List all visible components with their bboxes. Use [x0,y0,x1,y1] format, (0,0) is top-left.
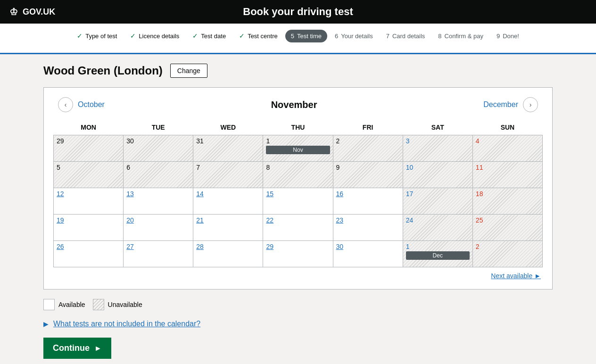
calendar-cell: 13 [124,188,193,215]
step-confirm-pay[interactable]: 8Confirm & pay [432,30,489,42]
calendar-header: MONTUEWEDTHUFRISATSUN [54,120,543,135]
day-number[interactable]: 20 [126,216,134,224]
month-badge: Dec [406,251,470,260]
day-number[interactable]: 23 [336,216,344,224]
calendar-nav: ‹ October November December › [53,97,543,112]
day-number[interactable]: 14 [196,190,204,198]
day-number: 31 [196,137,204,145]
calendar-cell: 30 [124,135,193,162]
step-num: 9 [497,33,500,40]
calendar-cell: 31 [193,135,263,162]
cal-nav-left: ‹ October [58,97,105,112]
calendar-cell: 10 [403,162,472,188]
day-number[interactable]: 21 [196,216,204,224]
day-number[interactable]: 12 [57,190,64,198]
step-num: 8 [438,33,441,40]
days-of-week-row: MONTUEWEDTHUFRISATSUN [54,120,543,135]
day-number[interactable]: 19 [57,216,64,224]
step-test-centre[interactable]: ✓Test centre [233,29,283,42]
unavailable-label: Unavailable [108,301,142,308]
change-button[interactable]: Change [170,64,207,78]
step-type-of-test[interactable]: ✓Type of test [71,29,123,42]
continue-arrow-icon: ► [94,344,102,353]
day-number: 9 [336,164,340,171]
day-number[interactable]: 29 [266,243,273,250]
step-label: Done! [503,33,519,40]
check-icon: ✓ [130,32,136,40]
triangle-icon: ▶ [43,320,49,328]
calendar-week-4: 19202122232425 [54,215,543,241]
next-available-link[interactable]: Next available ► [491,272,541,280]
next-month-label: December [483,100,518,109]
calendar-cell: 1Dec [403,241,472,267]
calendar-cell: 5 [54,162,124,188]
day-number[interactable]: 28 [196,243,204,250]
day-number[interactable]: 30 [336,243,344,250]
legend-available: Available [43,299,85,310]
day-number[interactable]: 22 [266,216,273,224]
calendar-cell: 8 [263,162,333,188]
calendar-cell: 11 [472,162,542,188]
step-done[interactable]: 9Done! [491,30,525,42]
calendar-table: MONTUEWEDTHUFRISATSUN 2930311Nov23456789… [53,120,543,267]
prev-month-button[interactable]: ‹ [58,97,73,112]
calendar-cell: 18 [472,188,542,215]
day-number[interactable]: 16 [336,190,344,198]
day-number: 1 [406,243,410,250]
calendar-week-1: 2930311Nov234 [54,135,543,162]
available-label: Available [58,301,85,308]
day-header-thu: THU [263,120,333,135]
calendar-cell: 1Nov [263,135,333,162]
day-number: 29 [57,137,64,145]
continue-button[interactable]: Continue ► [43,338,111,359]
step-label: Test date [201,33,226,40]
main-content: Wood Green (London) Change ‹ October Nov… [34,54,562,364]
day-number[interactable]: 13 [126,190,134,198]
day-header-mon: MON [54,120,124,135]
calendar-container: ‹ October November December › MONTUEWEDT… [43,87,553,290]
calendar-cell: 19 [54,215,124,241]
calendar-cell: 4 [472,135,542,162]
info-link[interactable]: What tests are not included in the calen… [53,320,200,328]
next-available-row: Next available ► [53,267,543,280]
day-header-wed: WED [193,120,263,135]
step-num: 6 [335,33,338,40]
calendar-cell: 29 [54,135,124,162]
progress-steps: ✓Type of test✓Licence details✓Test date✓… [9,24,587,48]
next-month-button[interactable]: › [523,97,538,112]
day-header-sun: SUN [472,120,542,135]
day-number: 7 [196,164,200,171]
step-label: Type of test [85,33,117,40]
day-number: 25 [476,216,483,224]
day-number: 18 [476,190,483,198]
calendar-cell: 12 [54,188,124,215]
day-number: 10 [406,164,414,171]
day-number: 24 [406,216,414,224]
check-icon: ✓ [192,32,198,40]
check-icon: ✓ [77,32,83,40]
calendar-cell: 14 [193,188,263,215]
page-title: Book your driving test [243,6,353,18]
calendar-cell: 17 [403,188,472,215]
day-number: 8 [266,164,270,171]
day-number[interactable]: 15 [266,190,273,198]
crown-icon: ♔ [9,6,18,17]
day-number[interactable]: 27 [126,243,134,250]
step-test-date[interactable]: ✓Test date [187,29,232,42]
legend-unavailable: Unavailable [93,299,142,310]
continue-label: Continue [53,343,90,353]
step-num: 7 [386,33,389,40]
progress-bar: ✓Type of test✓Licence details✓Test date✓… [0,24,596,54]
info-link-row: ▶ What tests are not included in the cal… [43,320,553,328]
step-your-details[interactable]: 6Your details [329,30,379,42]
calendar-week-3: 12131415161718 [54,188,543,215]
day-number: 5 [57,164,60,171]
step-label: Confirm & pay [445,33,483,40]
day-number[interactable]: 26 [57,243,64,250]
calendar-cell: 22 [263,215,333,241]
step-card-details[interactable]: 7Card details [381,30,431,42]
gov-uk-logo[interactable]: ♔ GOV.UK [9,6,55,17]
calendar-body: 2930311Nov234567891011121314151617181920… [54,135,543,267]
step-licence-details[interactable]: ✓Licence details [124,29,185,42]
day-number: 1 [266,137,270,145]
